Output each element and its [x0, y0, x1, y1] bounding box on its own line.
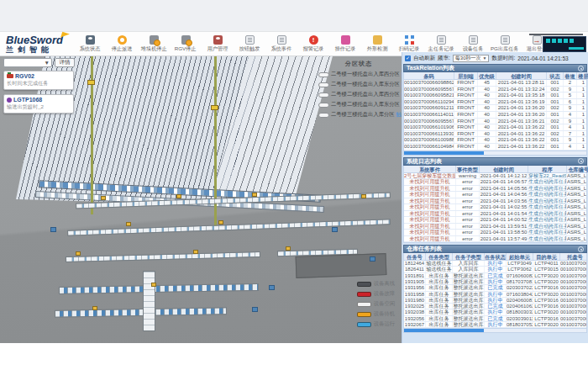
table-row[interactable]: 00100370006611393005FRONT402021-04-01 13… — [404, 131, 586, 138]
app-window: BlueSword 兰剑智能 系统状态停止派送堆垛机停止RGV停止用户管理按钮触… — [0, 0, 588, 370]
warehouse-structure — [92, 306, 97, 310]
page-top-margin — [0, 0, 588, 32]
toolbar-item-scan-records-icon[interactable]: 扫码记录 — [393, 35, 425, 53]
table-cell: 40 — [478, 144, 496, 150]
table-row[interactable]: 00100370006609556770FRONT402021-04-01 13… — [404, 87, 586, 93]
table-row[interactable]: 1931956出库任务整托派送出库已完成0203037022LCTP301600… — [404, 285, 586, 291]
table-cell: 已完成 — [485, 285, 507, 290]
table-cell: 1931958 — [404, 292, 426, 297]
table-cell: 穿梭车22_ReadStatus — [528, 173, 567, 179]
table-row[interactable]: 1826411输送线任务入库回库执行中LCTP3062LCTP301500100… — [404, 267, 586, 272]
table-row[interactable]: 2号七层穿梭车提交数据库 写入失败warning2021-04-01 14:12… — [404, 173, 586, 180]
toolbar-item-device-tasks-icon[interactable]: 设备任务 — [457, 35, 489, 53]
zone-checkbox[interactable] — [318, 72, 329, 77]
toolbar-item-stop-dispatch-icon[interactable]: 停止派送 — [106, 35, 138, 53]
warehouse-structure — [370, 256, 375, 262]
table-row[interactable]: 1932067出库任务整托派送出库执行中0818037052LCTP302000… — [404, 322, 586, 328]
table-cell: 已完成 — [485, 304, 507, 309]
toolbar-item-rgv-stop-icon[interactable]: RGV停止 — [170, 35, 202, 53]
table-cell: 生成自动跨库任务模块 — [528, 236, 567, 242]
table-cell: 1932056 — [404, 316, 426, 321]
zone-checkbox[interactable] — [318, 103, 329, 108]
table-cell: 生成自动跨库任务模块 — [528, 211, 567, 217]
table-row[interactable]: 1931980出库任务整托派送出库执行中0204060081LCTP301600… — [404, 298, 586, 304]
table-row[interactable]: 未找到可用提升机error2021-04-01 14:04:56生成自动跨库任务… — [404, 192, 586, 198]
table-row[interactable]: 未找到可用提升机error2021-04-01 14:05:56生成自动跨库任务… — [404, 186, 586, 193]
table-cell: 2021-04-01 14:12:12 — [480, 173, 528, 179]
zone-checkbox[interactable] — [318, 82, 329, 87]
table-cell: 40 — [478, 92, 496, 98]
chevron-down-icon: ▼ — [45, 60, 50, 66]
toolbar-item-system-events-icon[interactable]: 系统事件 — [265, 35, 297, 53]
table-row[interactable]: 1931958出库任务整托派送出库执行中0716038042LCTP302000… — [404, 292, 586, 298]
table-row[interactable]: 1931905出库任务整托派送出库执行中0817037081LCTP302000… — [404, 279, 586, 285]
table-cell: 1932025 — [404, 304, 426, 309]
table-row[interactable]: 00100370006609582162FRONT402021-04-01 13… — [404, 92, 586, 99]
table-cell: FRONT — [454, 137, 478, 143]
table-row[interactable]: 未找到可用提升机error2021-04-01 14:01:54生成自动跨库任务… — [404, 211, 586, 218]
warehouse-3d-view[interactable]: ▼ 详情 RGV02长时间未完成任务LGTP1068输送出货超时_2 分区状态 … — [0, 56, 402, 343]
table-row[interactable]: 未找到可用提升机error2021-04-01 14:06:57生成自动跨库任务… — [404, 179, 586, 186]
device-alarm-card[interactable]: LGTP1068输送出货超时_2 — [3, 94, 74, 114]
device-alarm-desc: 输送出货超时_2 — [7, 103, 71, 111]
toolbar-item-shape-detection-icon[interactable]: 外形检测 — [361, 35, 393, 53]
toolbar-item-label: 扫码记录 — [399, 45, 420, 53]
table-cell: 002 — [547, 105, 564, 111]
refresh-frequency-select[interactable]: 每30秒一次 ▼ — [453, 55, 490, 62]
gear-icon[interactable] — [578, 66, 584, 71]
device-filter-select[interactable]: ▼ — [3, 58, 52, 67]
scrollbar-thumb[interactable] — [404, 329, 484, 332]
legend-color-chip — [357, 292, 371, 297]
toolbar-item-alarm-records-icon[interactable]: 报警记录 — [297, 35, 329, 53]
column-header: 系统事件 — [404, 166, 456, 172]
toolbar-item-button-trigger-icon[interactable]: 按钮触发 — [234, 35, 265, 53]
toolbar-item-user-management-icon[interactable]: 用户管理 — [202, 35, 234, 53]
table-row[interactable]: 00100370006609121123FRONT402021-04-01 13… — [404, 105, 586, 112]
table-cell: 执行中 — [485, 298, 507, 303]
table-cell: 1812464 — [404, 261, 426, 266]
table-cell: 执行中 — [485, 267, 507, 272]
device-alarm-card[interactable]: RGV02长时间未完成任务 — [3, 71, 74, 90]
table-row[interactable]: 00100370006610498451FRONT402021-04-01 13… — [404, 144, 586, 151]
table-row[interactable]: 1931891出库任务整托派送出库已完成0716060082LCTP302000… — [404, 273, 586, 279]
table-cell: 执行中 — [485, 322, 507, 327]
table-cell: 整托派送出库 — [453, 322, 485, 327]
auto-refresh-checkbox[interactable]: ✓ — [405, 56, 411, 61]
table-row[interactable]: 1932056出库任务整托派送出库已完成0203039011LCTP301600… — [404, 316, 586, 322]
toolbar-item-pg-outbound-tasks-icon[interactable]: PG出库任务 — [489, 35, 521, 53]
toolbar-item-stacker-stop-icon[interactable]: 堆垛机停止 — [138, 35, 170, 53]
table-row[interactable]: 00100370006610190639FRONT402021-04-01 13… — [404, 124, 586, 131]
table-cell: LCTP3020 — [533, 292, 560, 297]
warehouse-structure — [176, 194, 181, 198]
table-cell: 生成自动跨库任务模块 — [528, 198, 567, 204]
table-row[interactable]: 00100370006610098881FRONT402021-04-01 13… — [404, 137, 586, 144]
table-row[interactable]: 00100370006611029457FRONT402021-04-01 13… — [404, 99, 586, 106]
toolbar-item-main-task-records-icon[interactable]: 主任务记录 — [425, 35, 457, 53]
scrollbar-thumb[interactable] — [404, 151, 484, 155]
table-row[interactable]: 1812464输送线任务入库回库执行中LCTP3049LCTP401100100… — [404, 261, 586, 267]
toolbar-item-system-status-icon[interactable]: 系统状态 — [74, 35, 106, 53]
table-row[interactable]: 1932025出库任务整托派送出库已完成0204061062LCTP301600… — [404, 304, 586, 309]
table-row[interactable]: 未找到可用提升机error2021-04-01 14:02:55生成自动跨库任务… — [404, 204, 586, 211]
table-row[interactable]: 未找到可用提升机error2021-04-01 13:58:50生成自动跨库任务… — [404, 230, 586, 236]
table-cell: 45 — [478, 80, 496, 86]
toolbar-item-label: PG出库任务 — [491, 45, 519, 53]
zone-checkbox[interactable] — [318, 113, 329, 118]
page-bottom-margin — [0, 343, 588, 370]
detail-button[interactable]: 详情 — [55, 58, 75, 67]
gear-icon[interactable] — [578, 246, 584, 252]
gear-icon[interactable] — [578, 158, 584, 164]
zone-checkbox[interactable] — [318, 92, 329, 98]
table-row[interactable]: 00100370006609556770FRONT402021-04-01 13… — [404, 119, 586, 125]
table-cell: 002 — [547, 87, 564, 92]
table-row[interactable]: 未找到可用提升机error2021-04-01 14:00:52生成自动跨库任务… — [404, 217, 586, 224]
table-row[interactable]: 1932038出库任务整托派送出库执行中0818003032LCTP302000… — [404, 309, 586, 315]
toolbar-item-operation-records-icon[interactable]: 操作记录 — [329, 35, 361, 53]
table-row[interactable]: 00100370006611401190FRONT402021-04-01 13… — [404, 112, 586, 119]
table-row[interactable]: 00100370006609886219FRONT452021-04-01 13… — [404, 80, 586, 87]
table-row[interactable]: 未找到可用提升机error2021-04-01 13:57:49生成自动跨库任务… — [404, 236, 586, 243]
table-row[interactable]: 未找到可用提升机error2021-04-01 14:03:56生成自动跨库任务… — [404, 198, 586, 205]
legend-label: 设备故障 — [374, 290, 395, 298]
table-cell: 4 — [564, 144, 577, 150]
table-row[interactable]: 未找到可用提升机error2021-04-01 13:59:51生成自动跨库任务… — [404, 224, 586, 230]
